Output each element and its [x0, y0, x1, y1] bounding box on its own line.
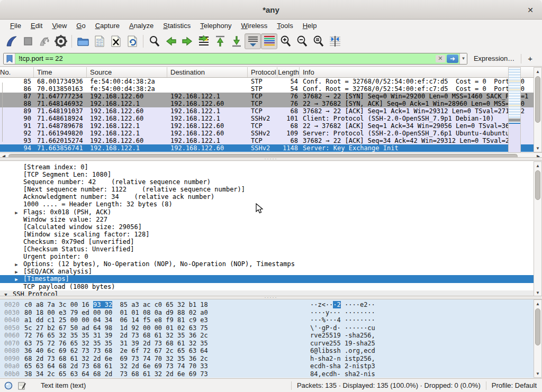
reload-file-button[interactable]: [124, 33, 140, 49]
packet-row-87[interactable]: 8771.647777234192.168.122.60192.168.122.…: [0, 93, 542, 100]
menu-file[interactable]: File: [5, 21, 26, 31]
packet-row-92[interactable]: 9271.661949820192.168.122.1192.168.122.6…: [0, 130, 542, 137]
menu-view[interactable]: View: [47, 21, 71, 31]
hex-ascii[interactable]: 6@libssh .org,ecd: [310, 347, 375, 354]
collapsed-arrow-icon[interactable]: ▶: [14, 268, 19, 276]
hex-ascii[interactable]: curve255 19-sha25: [310, 340, 375, 347]
menu-capture[interactable]: Capture: [91, 21, 124, 31]
detail-line[interactable]: Window size value: 227: [0, 216, 542, 223]
detail-line[interactable]: [Checksum Status: Unverified]: [0, 245, 542, 253]
detail-line[interactable]: ▶[SEQ/ACK analysis]: [0, 268, 542, 275]
detail-line[interactable]: [Next sequence number: 1122 (relative se…: [0, 186, 542, 193]
hex-ascii[interactable]: ecdh-sha 2-nistp3: [310, 362, 375, 370]
hex-row-0070[interactable]: 007063 75 72 76 65 32 35 35 31 39 2d 73 …: [0, 340, 542, 348]
detail-line[interactable]: ▶Flags: 0x018 (PSH, ACK): [0, 208, 542, 216]
zoom-out-button[interactable]: [294, 33, 310, 49]
filter-apply-button[interactable]: ➜: [447, 54, 458, 63]
zoom-reset-button[interactable]: [310, 33, 327, 49]
detail-line[interactable]: [Window size scaling factor: 128]: [0, 231, 542, 238]
packet-row-89[interactable]: 8971.648191037192.168.122.60192.168.122.…: [0, 107, 542, 115]
packet-row-93[interactable]: 9371.662015274192.168.122.60192.168.122.…: [0, 137, 542, 144]
go-to-top-button[interactable]: [212, 33, 228, 49]
column-header-no[interactable]: No.: [0, 67, 34, 77]
column-header-length[interactable]: Length: [277, 67, 300, 77]
hex-ascii[interactable]: ··z<···2 ····e2··: [310, 301, 375, 308]
menu-edit[interactable]: Edit: [26, 21, 47, 31]
detail-line[interactable]: TCP payload (1080 bytes): [0, 283, 542, 290]
menu-help[interactable]: Help: [298, 21, 322, 31]
hex-bytes[interactable]: 68 2d 73 68 61 32 2d 6e 69 73 74 70 32 3…: [24, 355, 208, 362]
hex-bytes[interactable]: 63 75 72 76 65 32 35 35 31 39 2d 73 68 6…: [24, 340, 208, 347]
close-window-button[interactable]: ✕: [525, 5, 536, 15]
filter-clear-button[interactable]: ✕: [436, 55, 445, 62]
detail-line[interactable]: Acknowledgment number: 34 (relative ack …: [0, 193, 542, 200]
packet-row-88[interactable]: 8871.648146932192.168.122.1192.168.122.6…: [0, 100, 542, 107]
hex-row-0050[interactable]: 00505c 27 b2 67 50 ad 64 98 1d 92 00 00 …: [0, 324, 542, 332]
pane-splitter[interactable]: ·····: [0, 157, 542, 161]
scroll-down-arrow[interactable]: ▼: [534, 370, 541, 377]
hex-ascii[interactable]: rve25519 -sha256,: [310, 332, 375, 339]
auto-scroll-button[interactable]: [245, 33, 261, 49]
scroll-up-arrow[interactable]: ▲: [534, 162, 541, 169]
detail-line[interactable]: Checksum: 0x79ed [unverified]: [0, 238, 542, 245]
scroll-down-arrow[interactable]: ▼: [534, 144, 541, 152]
detail-line[interactable]: ▶[Timestamps]: [0, 275, 542, 282]
detail-line[interactable]: ▶Options: (12 bytes), No-Operation (NOP)…: [0, 260, 542, 268]
filter-bookmark-button[interactable]: [4, 53, 15, 64]
menu-go[interactable]: Go: [71, 21, 90, 31]
hex-bytes[interactable]: 5c 27 b2 67 50 ad 64 98 1d 92 00 00 01 0…: [24, 324, 208, 332]
hex-row-0040[interactable]: 0040a1 dd c1 25 00 00 04 34 06 14 f5 e8 …: [0, 316, 542, 324]
start-capture-button[interactable]: [3, 33, 20, 49]
hex-bytes[interactable]: 72 76 65 32 35 35 31 39 2d 73 68 61 32 3…: [24, 332, 208, 339]
hex-ascii[interactable]: \'·gP·d· ······cu: [310, 324, 375, 332]
detail-line[interactable]: Sequence number: 42 (relative sequence n…: [0, 178, 542, 186]
packet-list-header[interactable]: No.TimeSourceDestinationProtocolLengthIn…: [0, 67, 542, 78]
capture-comment-icon[interactable]: [18, 381, 26, 390]
hex-bytes[interactable]: 38 34 2c 65 63 64 68 2d 73 68 61 32 2d 6…: [24, 370, 208, 378]
scroll-down-arrow[interactable]: ▼: [534, 289, 541, 296]
profile-label[interactable]: Profile: Default: [492, 381, 542, 389]
collapsed-arrow-icon[interactable]: ▶: [14, 261, 19, 268]
open-file-button[interactable]: [75, 33, 91, 49]
go-to-bottom-button[interactable]: [228, 33, 245, 49]
zoom-in-button[interactable]: [277, 33, 294, 49]
restart-capture-button[interactable]: [36, 33, 52, 49]
packet-list-vscrollbar[interactable]: ▲ ▼: [534, 67, 542, 152]
display-filter-field[interactable]: ✕ ➜ ▼: [3, 53, 467, 65]
filter-dropdown-caret[interactable]: ▼: [459, 53, 467, 64]
stop-capture-button[interactable]: [20, 33, 36, 49]
scroll-up-arrow[interactable]: ▲: [534, 300, 541, 307]
hex-ascii[interactable]: h-sha2-n istp256,: [310, 355, 375, 362]
details-vscrollbar[interactable]: ▲ ▼: [534, 161, 542, 297]
detail-line[interactable]: Urgent pointer: 0: [0, 253, 542, 260]
scroll-thumb[interactable]: [535, 308, 540, 345]
menu-analyze[interactable]: Analyze: [124, 21, 158, 31]
hex-row-0080[interactable]: 008036 40 6c 69 62 73 73 68 2e 6f 72 67 …: [0, 347, 542, 355]
hex-row-00b0[interactable]: 00b038 34 2c 65 63 64 68 2d 73 68 61 32 …: [0, 370, 542, 378]
column-header-destination[interactable]: Destination: [167, 67, 248, 77]
packet-row-94[interactable]: 9471.663856741192.168.122.1192.168.122.6…: [0, 144, 542, 152]
capture-options-button[interactable]: [52, 33, 69, 49]
packet-row-86[interactable]: 8670.013850163fe:54:00:d4:38:2aSTP54Conf…: [0, 85, 542, 93]
hex-bytes[interactable]: 65 63 64 68 2d 73 68 61 32 2d 6e 69 73 7…: [24, 362, 208, 370]
column-header-source[interactable]: Source: [87, 67, 167, 77]
title-bar[interactable]: *any ✕: [0, 0, 542, 20]
close-file-button[interactable]: [107, 33, 124, 49]
collapsed-arrow-icon[interactable]: ▶: [14, 209, 19, 216]
column-header-protocol[interactable]: Protocol: [248, 67, 277, 77]
packet-row-90[interactable]: 9071.648618924192.168.122.60192.168.122.…: [0, 115, 542, 122]
display-filter-input[interactable]: [15, 53, 435, 64]
detail-line[interactable]: 1000 .... = Header Length: 32 bytes (8): [0, 200, 542, 208]
hex-bytes[interactable]: 80 18 00 e3 79 ed 00 00 01 01 08 0a d9 8…: [24, 309, 208, 316]
hex-row-0060[interactable]: 006072 76 65 32 35 35 31 39 2d 73 68 61 …: [0, 332, 542, 340]
menu-telephony[interactable]: Telephony: [195, 21, 236, 31]
detail-line[interactable]: [Calculated window size: 29056]: [0, 223, 542, 231]
colorize-button[interactable]: [261, 33, 277, 49]
packet-row-91[interactable]: 9171.648789678192.168.122.1192.168.122.6…: [0, 122, 542, 130]
hex-row-0020[interactable]: 0020c0 a8 7a 3c 00 16 93 32 85 a3 ac c0 …: [0, 301, 542, 309]
hex-row-00a0[interactable]: 00a065 63 64 68 2d 73 68 61 32 2d 6e 69 …: [0, 362, 542, 370]
menu-tools[interactable]: Tools: [272, 21, 297, 31]
hex-row-0030[interactable]: 003080 18 00 e3 79 ed 00 00 01 01 08 0a …: [0, 309, 542, 317]
collapsed-arrow-icon[interactable]: ▶: [14, 276, 19, 283]
save-file-button[interactable]: 010101100111: [91, 33, 107, 49]
